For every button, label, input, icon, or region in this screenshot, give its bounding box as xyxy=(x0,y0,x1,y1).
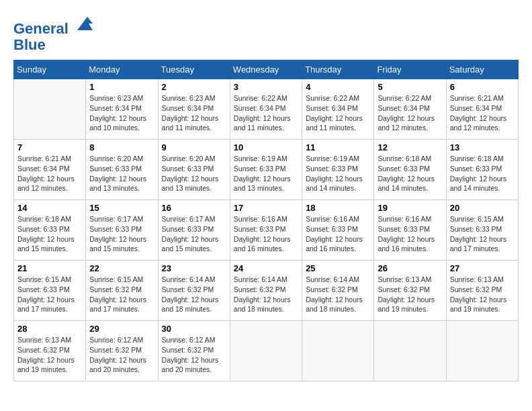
day-number: 3 xyxy=(234,82,298,92)
calendar-cell: 30Sunrise: 6:12 AM Sunset: 6:32 PM Dayli… xyxy=(158,321,230,381)
calendar-cell: 23Sunrise: 6:14 AM Sunset: 6:32 PM Dayli… xyxy=(158,261,230,321)
day-number: 9 xyxy=(162,142,226,152)
day-number: 22 xyxy=(89,263,154,273)
calendar-cell: 16Sunrise: 6:17 AM Sunset: 6:33 PM Dayli… xyxy=(158,200,230,261)
day-number: 16 xyxy=(162,203,226,213)
day-info: Sunrise: 6:20 AM Sunset: 6:33 PM Dayligh… xyxy=(162,154,226,193)
day-info: Sunrise: 6:21 AM Sunset: 6:34 PM Dayligh… xyxy=(450,93,515,133)
calendar-cell: 13Sunrise: 6:18 AM Sunset: 6:33 PM Dayli… xyxy=(446,140,518,200)
day-header-friday: Friday xyxy=(374,60,446,79)
week-row-5: 28Sunrise: 6:13 AM Sunset: 6:32 PM Dayli… xyxy=(14,321,519,381)
day-info: Sunrise: 6:12 AM Sunset: 6:32 PM Dayligh… xyxy=(162,335,226,375)
calendar-cell: 1Sunrise: 6:23 AM Sunset: 6:34 PM Daylig… xyxy=(86,79,158,140)
day-number: 17 xyxy=(234,203,298,213)
calendar-cell: 10Sunrise: 6:19 AM Sunset: 6:33 PM Dayli… xyxy=(230,140,302,200)
day-number: 13 xyxy=(450,142,515,152)
calendar-cell: 8Sunrise: 6:20 AM Sunset: 6:33 PM Daylig… xyxy=(86,140,158,200)
day-info: Sunrise: 6:16 AM Sunset: 6:33 PM Dayligh… xyxy=(234,214,298,254)
calendar-cell xyxy=(230,321,302,381)
day-info: Sunrise: 6:13 AM Sunset: 6:32 PM Dayligh… xyxy=(450,275,515,314)
calendar-cell: 14Sunrise: 6:18 AM Sunset: 6:33 PM Dayli… xyxy=(14,200,86,261)
calendar-cell: 19Sunrise: 6:16 AM Sunset: 6:33 PM Dayli… xyxy=(374,200,446,261)
day-info: Sunrise: 6:18 AM Sunset: 6:33 PM Dayligh… xyxy=(378,154,442,193)
day-number: 28 xyxy=(17,324,82,334)
svg-marker-0 xyxy=(77,17,93,30)
calendar-cell: 11Sunrise: 6:19 AM Sunset: 6:33 PM Dayli… xyxy=(302,140,374,200)
calendar-cell xyxy=(446,321,518,381)
logo-general: General xyxy=(13,20,69,37)
day-info: Sunrise: 6:13 AM Sunset: 6:32 PM Dayligh… xyxy=(17,335,82,375)
calendar-cell xyxy=(302,321,374,381)
day-number: 14 xyxy=(17,203,82,213)
calendar-cell: 24Sunrise: 6:14 AM Sunset: 6:32 PM Dayli… xyxy=(230,261,302,321)
calendar-cell: 7Sunrise: 6:21 AM Sunset: 6:34 PM Daylig… xyxy=(14,140,86,200)
days-header-row: SundayMondayTuesdayWednesdayThursdayFrid… xyxy=(14,60,519,79)
day-number: 27 xyxy=(450,263,515,273)
day-number: 26 xyxy=(378,263,442,273)
day-info: Sunrise: 6:14 AM Sunset: 6:32 PM Dayligh… xyxy=(234,275,298,314)
calendar-cell: 6Sunrise: 6:21 AM Sunset: 6:34 PM Daylig… xyxy=(446,79,518,140)
day-number: 25 xyxy=(306,263,370,273)
day-number: 15 xyxy=(89,203,154,213)
calendar-cell: 29Sunrise: 6:12 AM Sunset: 6:32 PM Dayli… xyxy=(86,321,158,381)
calendar-cell: 15Sunrise: 6:17 AM Sunset: 6:33 PM Dayli… xyxy=(86,200,158,261)
day-info: Sunrise: 6:15 AM Sunset: 6:33 PM Dayligh… xyxy=(450,214,515,254)
day-number: 10 xyxy=(234,142,298,152)
calendar-cell: 26Sunrise: 6:13 AM Sunset: 6:32 PM Dayli… xyxy=(374,261,446,321)
day-info: Sunrise: 6:13 AM Sunset: 6:32 PM Dayligh… xyxy=(378,275,442,314)
page-header: General Blue xyxy=(13,13,519,53)
week-row-1: 1Sunrise: 6:23 AM Sunset: 6:34 PM Daylig… xyxy=(14,79,519,140)
calendar-cell: 27Sunrise: 6:13 AM Sunset: 6:32 PM Dayli… xyxy=(446,261,518,321)
day-number: 24 xyxy=(234,263,298,273)
day-info: Sunrise: 6:23 AM Sunset: 6:34 PM Dayligh… xyxy=(89,93,154,133)
calendar-cell: 12Sunrise: 6:18 AM Sunset: 6:33 PM Dayli… xyxy=(374,140,446,200)
day-info: Sunrise: 6:19 AM Sunset: 6:33 PM Dayligh… xyxy=(306,154,370,193)
calendar-cell: 18Sunrise: 6:16 AM Sunset: 6:33 PM Dayli… xyxy=(302,200,374,261)
day-number: 18 xyxy=(306,203,370,213)
day-header-sunday: Sunday xyxy=(14,60,86,79)
day-info: Sunrise: 6:18 AM Sunset: 6:33 PM Dayligh… xyxy=(450,154,515,193)
calendar-cell: 3Sunrise: 6:22 AM Sunset: 6:34 PM Daylig… xyxy=(230,79,302,140)
calendar-cell: 21Sunrise: 6:15 AM Sunset: 6:33 PM Dayli… xyxy=(14,261,86,321)
day-info: Sunrise: 6:22 AM Sunset: 6:34 PM Dayligh… xyxy=(378,93,442,133)
day-info: Sunrise: 6:18 AM Sunset: 6:33 PM Dayligh… xyxy=(17,214,82,254)
day-info: Sunrise: 6:16 AM Sunset: 6:33 PM Dayligh… xyxy=(378,214,442,254)
calendar-cell: 5Sunrise: 6:22 AM Sunset: 6:34 PM Daylig… xyxy=(374,79,446,140)
logo-icon xyxy=(74,13,94,34)
day-header-saturday: Saturday xyxy=(446,60,518,79)
day-info: Sunrise: 6:14 AM Sunset: 6:32 PM Dayligh… xyxy=(162,275,226,314)
calendar-cell: 20Sunrise: 6:15 AM Sunset: 6:33 PM Dayli… xyxy=(446,200,518,261)
calendar-cell: 25Sunrise: 6:14 AM Sunset: 6:32 PM Dayli… xyxy=(302,261,374,321)
day-number: 8 xyxy=(89,142,154,152)
day-number: 30 xyxy=(162,324,226,334)
logo: General Blue xyxy=(13,13,94,53)
day-number: 21 xyxy=(17,263,82,273)
calendar-cell xyxy=(374,321,446,381)
calendar-table: SundayMondayTuesdayWednesdayThursdayFrid… xyxy=(13,60,519,381)
calendar-cell: 4Sunrise: 6:22 AM Sunset: 6:34 PM Daylig… xyxy=(302,79,374,140)
calendar-cell: 22Sunrise: 6:15 AM Sunset: 6:32 PM Dayli… xyxy=(86,261,158,321)
day-number: 2 xyxy=(162,82,226,92)
calendar-cell: 28Sunrise: 6:13 AM Sunset: 6:32 PM Dayli… xyxy=(14,321,86,381)
day-info: Sunrise: 6:22 AM Sunset: 6:34 PM Dayligh… xyxy=(306,93,370,133)
day-header-thursday: Thursday xyxy=(302,60,374,79)
day-header-monday: Monday xyxy=(86,60,158,79)
calendar-cell: 2Sunrise: 6:23 AM Sunset: 6:34 PM Daylig… xyxy=(158,79,230,140)
day-number: 1 xyxy=(89,82,154,92)
day-header-wednesday: Wednesday xyxy=(230,60,302,79)
day-info: Sunrise: 6:12 AM Sunset: 6:32 PM Dayligh… xyxy=(89,335,154,375)
day-info: Sunrise: 6:17 AM Sunset: 6:33 PM Dayligh… xyxy=(89,214,154,254)
day-number: 6 xyxy=(450,82,515,92)
day-number: 20 xyxy=(450,203,515,213)
day-number: 5 xyxy=(378,82,442,92)
day-info: Sunrise: 6:17 AM Sunset: 6:33 PM Dayligh… xyxy=(162,214,226,254)
day-number: 23 xyxy=(162,263,226,273)
day-number: 7 xyxy=(17,142,82,152)
day-number: 11 xyxy=(306,142,370,152)
day-number: 19 xyxy=(378,203,442,213)
day-info: Sunrise: 6:16 AM Sunset: 6:33 PM Dayligh… xyxy=(306,214,370,254)
day-info: Sunrise: 6:19 AM Sunset: 6:33 PM Dayligh… xyxy=(234,154,298,193)
week-row-3: 14Sunrise: 6:18 AM Sunset: 6:33 PM Dayli… xyxy=(14,200,519,261)
day-info: Sunrise: 6:22 AM Sunset: 6:34 PM Dayligh… xyxy=(234,93,298,133)
day-info: Sunrise: 6:21 AM Sunset: 6:34 PM Dayligh… xyxy=(17,154,82,193)
